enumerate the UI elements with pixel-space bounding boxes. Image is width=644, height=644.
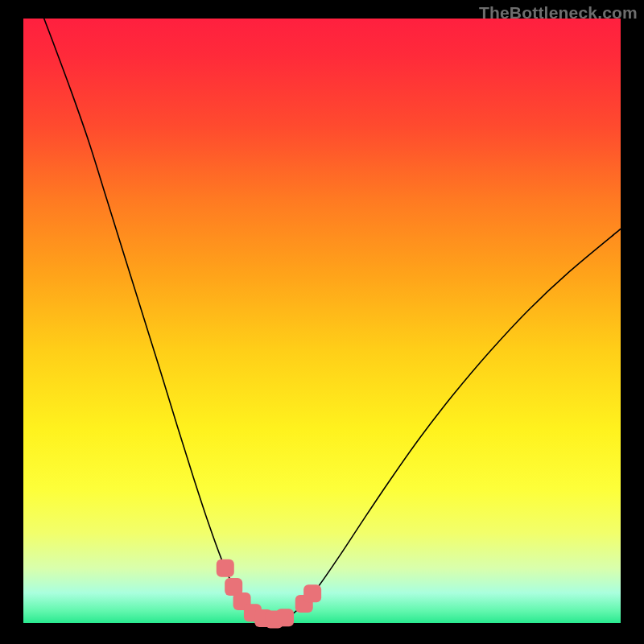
chart-canvas: TheBottleneck.com — [0, 0, 644, 644]
plot-gradient-background — [23, 19, 621, 623]
watermark-text: TheBottleneck.com — [479, 3, 638, 23]
